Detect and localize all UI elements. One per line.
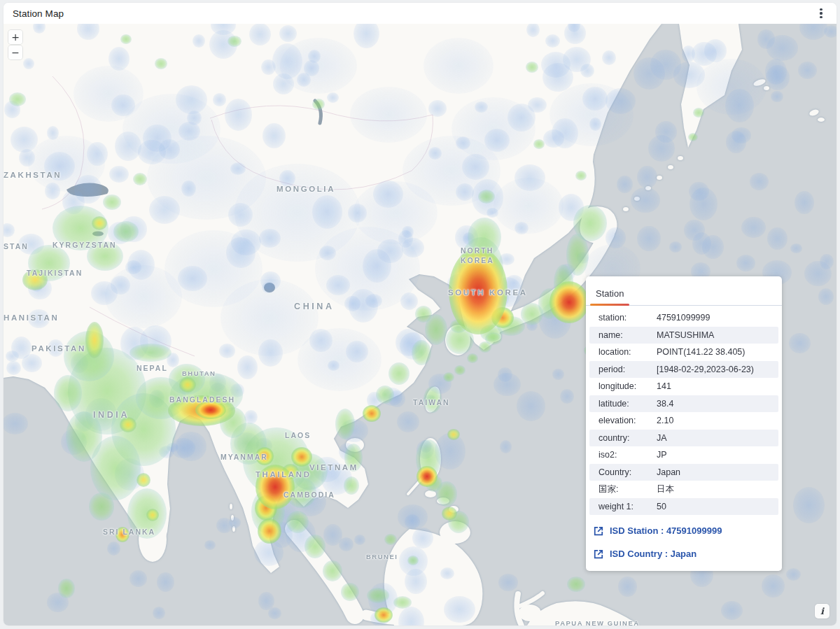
heat-blob	[467, 353, 478, 363]
heat-blob	[435, 433, 465, 469]
heat-blob	[491, 307, 514, 328]
heat-blob	[328, 360, 340, 371]
heat-blob	[234, 164, 360, 262]
heat-blob	[552, 369, 564, 381]
heat-blob	[304, 60, 319, 76]
heat-blob	[486, 208, 498, 218]
heat-blob	[684, 220, 705, 241]
heat-blob	[344, 444, 363, 472]
heat-blob	[120, 417, 136, 432]
heat-blob	[220, 279, 318, 356]
heat-blob	[443, 372, 454, 382]
tooltip-row-key: weight 1:	[598, 502, 657, 511]
heat-blob	[136, 377, 186, 419]
station-map-panel: Station Map	[4, 3, 836, 626]
isd-country-link[interactable]: ISD Country : Japan	[589, 542, 778, 565]
heat-blob	[268, 607, 281, 619]
heat-blob	[528, 97, 547, 113]
panel-title: Station Map	[13, 8, 64, 19]
tooltip-row-key: elevation:	[598, 416, 657, 425]
heat-blob	[297, 73, 310, 87]
heat-blob	[725, 89, 754, 122]
heat-blob	[702, 235, 724, 259]
heat-blob	[450, 319, 467, 333]
heat-blob	[280, 38, 357, 94]
tooltip-row-key: name:	[598, 330, 657, 340]
heat-blob	[6, 351, 19, 362]
heat-blob	[216, 518, 232, 534]
heat-blob	[44, 152, 75, 181]
heat-blob	[526, 62, 538, 73]
tooltip-row-key: iso2:	[598, 450, 657, 460]
heat-blob	[243, 427, 310, 495]
heat-blob	[485, 332, 502, 345]
heat-blob	[220, 407, 246, 438]
heat-blob	[18, 234, 44, 255]
heat-blob	[272, 43, 302, 79]
heat-blob	[507, 104, 536, 132]
heat-blob	[384, 534, 397, 545]
heat-blob	[552, 118, 578, 148]
heat-blob	[498, 367, 512, 382]
map-attribution-info-icon[interactable]: i	[815, 604, 830, 619]
heat-blob	[28, 309, 50, 329]
heat-blob	[440, 567, 454, 579]
heat-blob	[767, 227, 787, 250]
heat-blob	[350, 87, 427, 143]
heat-blob	[480, 325, 503, 341]
heat-blob	[211, 24, 236, 35]
heat-blob	[789, 333, 810, 353]
heat-blob	[420, 440, 432, 453]
zoom-in-button[interactable]: +	[8, 30, 22, 44]
heat-blob	[115, 527, 130, 542]
heat-blob	[425, 314, 447, 345]
zoom-out-button[interactable]: −	[8, 45, 22, 59]
tooltip-tab-station[interactable]: Station	[590, 288, 629, 305]
heat-blob	[458, 237, 503, 300]
map-canvas[interactable]: ZAKHSTANKYRGYZSTANSTANTAJIKISTANHANISTAN…	[4, 24, 836, 626]
tooltip-row-key: longitude:	[598, 381, 657, 391]
page-frame: Station Map	[0, 0, 840, 629]
heat-blob	[52, 206, 108, 250]
heat-blob	[209, 30, 237, 59]
heat-blob	[478, 190, 495, 204]
heat-blob	[209, 374, 226, 392]
heat-blob	[382, 388, 402, 406]
heat-blob	[115, 458, 144, 491]
heat-blob	[228, 203, 253, 227]
heat-blob	[514, 222, 528, 234]
heat-blob	[682, 45, 696, 62]
heat-blob	[346, 341, 368, 362]
heat-blob	[54, 375, 82, 411]
heat-blob	[589, 118, 601, 130]
isd-station-link[interactable]: ISD Station : 47591099999	[589, 519, 778, 542]
heat-blob	[396, 329, 421, 356]
heat-blob	[363, 249, 391, 283]
heat-blob	[259, 229, 281, 248]
heat-blob	[105, 265, 182, 328]
heat-blob	[255, 438, 272, 453]
heat-blob	[22, 269, 48, 290]
isd-country-link-label: ISD Country : Japan	[610, 549, 696, 559]
heat-blob	[155, 58, 167, 69]
heat-blob	[170, 372, 243, 417]
heat-blob	[47, 593, 69, 612]
panel-options-kebab-icon[interactable]	[813, 5, 830, 22]
heat-blob	[563, 47, 592, 72]
heat-blob	[689, 182, 709, 201]
heat-blob	[602, 50, 616, 65]
tooltip-row: location:POINT(141.22 38.405)	[589, 344, 778, 361]
heat-blob	[23, 58, 34, 69]
heat-blob	[367, 588, 389, 603]
heat-blob	[225, 99, 252, 131]
heat-blob	[230, 423, 267, 465]
heat-blob	[167, 443, 178, 453]
heat-blob	[349, 289, 378, 323]
heat-blob	[327, 92, 340, 104]
heat-blob	[272, 500, 300, 533]
heat-blob	[149, 196, 181, 224]
heat-blob	[559, 264, 575, 281]
heat-blob	[313, 457, 341, 482]
heat-blob	[130, 344, 172, 362]
heat-blob	[750, 173, 769, 190]
